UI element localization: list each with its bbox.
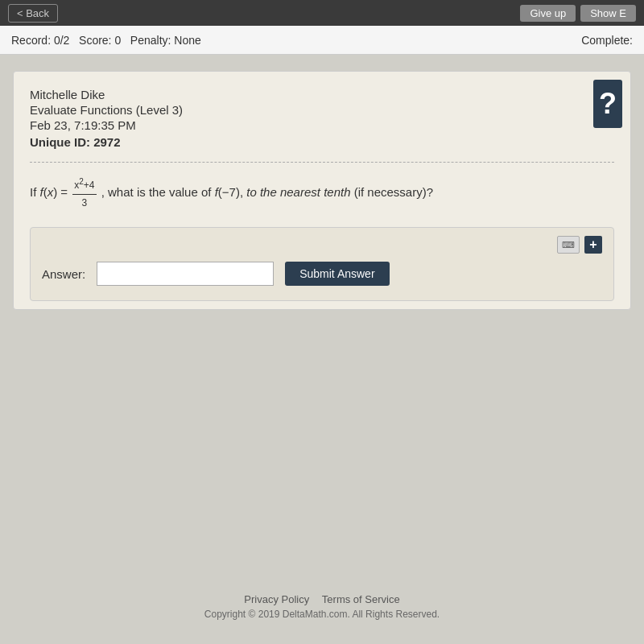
back-button[interactable]: < Back (8, 4, 58, 23)
answer-area: ⌨ + Answer: Submit Answer (30, 227, 614, 301)
answer-toolbar: ⌨ + (42, 236, 602, 254)
privacy-policy-link[interactable]: Privacy Policy (244, 593, 309, 605)
submit-button[interactable]: Submit Answer (285, 262, 389, 286)
record-info: Record: 0/2 Score: 0 Penalty: None (11, 34, 201, 47)
footer-copyright: Copyright © 2019 DeltaMath.com. All Righ… (0, 609, 644, 620)
footer-links: Privacy Policy Terms of Service (0, 593, 644, 605)
unique-id: Unique ID: 2972 (30, 135, 614, 149)
question-card: ? Mitchelle Dike Evaluate Functions (Lev… (13, 71, 631, 310)
record-label: Record: 0/2 (11, 34, 69, 47)
assignment-title: Evaluate Functions (Level 3) (30, 103, 614, 117)
timestamp: Feb 23, 7:19:35 PM (30, 118, 614, 132)
plus-icon[interactable]: + (584, 236, 602, 254)
student-name: Mitchelle Dike (30, 88, 614, 101)
top-nav-right: Give up Show E (520, 5, 636, 22)
question-prefix: If f(x) = (30, 185, 71, 199)
question-text: If f(x) = x2+4 3 , what is the value of … (30, 175, 614, 211)
terms-of-service-link[interactable]: Terms of Service (322, 593, 400, 605)
show-button[interactable]: Show E (580, 5, 636, 22)
answer-label: Answer: (42, 267, 85, 281)
penalty-label: Penalty: None (130, 34, 201, 47)
footer: Privacy Policy Terms of Service Copyrigh… (0, 593, 644, 620)
top-nav: < Back Give up Show E (0, 0, 644, 26)
give-up-button[interactable]: Give up (520, 5, 576, 22)
answer-row: Answer: Submit Answer (42, 262, 602, 286)
question-suffix: , what is the value of f(−7), to the nea… (101, 185, 433, 199)
keyboard-icon[interactable]: ⌨ (557, 236, 580, 254)
fraction-denominator: 3 (80, 195, 89, 211)
score-label: Score: 0 (79, 34, 121, 47)
complete-label: Complete: (581, 34, 633, 47)
divider (30, 162, 614, 163)
answer-input[interactable] (97, 262, 274, 286)
fraction-numerator: x2+4 (72, 175, 96, 195)
main-content: ? Mitchelle Dike Evaluate Functions (Lev… (0, 55, 644, 334)
record-bar: Record: 0/2 Score: 0 Penalty: None Compl… (0, 26, 644, 55)
help-icon[interactable]: ? (593, 80, 622, 128)
math-fraction: x2+4 3 (72, 175, 96, 211)
